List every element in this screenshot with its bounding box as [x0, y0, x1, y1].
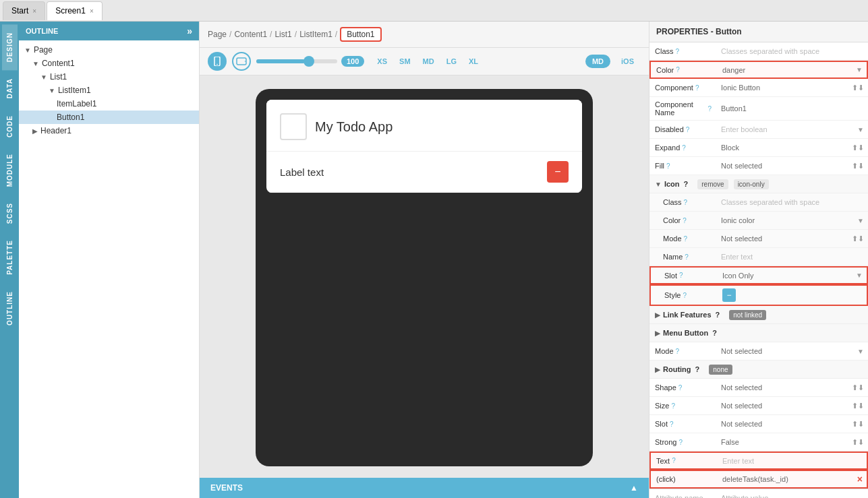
tree-item-header1[interactable]: ▶ Header1	[19, 124, 199, 137]
prop-mode-value[interactable]: Not selected ▼	[717, 344, 868, 358]
prop-fill-help[interactable]: ?	[666, 162, 670, 170]
prop-color-help[interactable]: ?	[676, 66, 680, 73]
prop-mode-help[interactable]: ?	[676, 348, 680, 355]
size-btn-xl[interactable]: XL	[464, 55, 483, 67]
prop-icon-color-help[interactable]: ?	[683, 217, 687, 224]
prop-menu-button-label[interactable]: ▶ Menu Button ?	[649, 325, 722, 340]
outline-collapse-btn[interactable]: »	[187, 26, 192, 36]
tree-item-itemlabel1[interactable]: ItemLabel1	[19, 97, 199, 111]
prop-component-stepper[interactable]: ⬆⬇	[852, 84, 864, 92]
prop-strong-help[interactable]: ?	[678, 439, 683, 446]
prop-shape-help[interactable]: ?	[678, 384, 683, 392]
prop-size-stepper[interactable]: ⬆⬇	[852, 402, 864, 410]
tablet-view-icon[interactable]	[232, 52, 251, 71]
tab-screen1-label: Screen1	[55, 6, 86, 15]
tree-label-itemlabel1: ItemLabel1	[57, 99, 96, 108]
prop-icon-remove-btn[interactable]: remove	[697, 179, 728, 189]
prop-icon-mode-help[interactable]: ?	[684, 235, 688, 243]
prop-color-value[interactable]: danger ▼	[718, 63, 867, 77]
side-tab-module[interactable]: MODULE	[2, 146, 18, 195]
prop-strong-stepper[interactable]: ⬆⬇	[852, 438, 864, 447]
breadcrumb-listitem1[interactable]: ListItem1	[299, 30, 332, 39]
tree-item-content1[interactable]: ▼ Content1	[19, 57, 199, 70]
outline-title: OUTLINE	[26, 27, 58, 35]
size-btn-sm[interactable]: SM	[395, 55, 415, 67]
tree-item-list1[interactable]: ▼ List1	[19, 70, 199, 84]
platform-btn-ios[interactable]: iOS	[614, 55, 641, 68]
size-buttons: XS SM MD LG XL	[372, 55, 483, 67]
breadcrumb-sep1: /	[229, 30, 231, 39]
breadcrumb-sep2: /	[270, 30, 272, 39]
prop-icon-color-value[interactable]: Ionic color ▼	[717, 214, 868, 227]
prop-disabled-select[interactable]: Enter boolean ▼	[721, 125, 864, 133]
side-tab-code[interactable]: CODE	[2, 107, 18, 146]
prop-icon-class-help[interactable]: ?	[684, 199, 688, 206]
side-tab-scss[interactable]: SCSS	[2, 195, 18, 232]
prop-link-features-label[interactable]: ▶ Link Features ?	[649, 307, 725, 322]
tree-item-page[interactable]: ▼ Page	[19, 43, 199, 57]
prop-component-name-label: Component Name ?	[649, 97, 717, 120]
prop-color-select[interactable]: danger ▼	[722, 66, 863, 74]
prop-icon-slot-help[interactable]: ?	[679, 272, 683, 279]
events-bar[interactable]: EVENTS ▲	[200, 478, 649, 498]
prop-icon-section-label[interactable]: ▼ Icon ?	[649, 177, 693, 191]
zoom-range-track[interactable]	[256, 59, 337, 63]
prop-slot-help[interactable]: ?	[670, 421, 674, 428]
size-btn-md[interactable]: MD	[418, 55, 439, 67]
tree-item-button1[interactable]: Button1	[19, 111, 199, 124]
zoom-range-fill	[256, 59, 305, 63]
delete-button[interactable]: −	[547, 161, 569, 183]
prop-slot-stepper[interactable]: ⬆⬇	[852, 420, 864, 429]
tree-item-listitem1[interactable]: ▼ ListItem1	[19, 84, 199, 97]
prop-icon-help[interactable]: ?	[684, 180, 689, 188]
side-tab-data[interactable]: DATA	[2, 70, 18, 106]
side-tab-outline[interactable]: OUTLINE	[2, 283, 18, 334]
prop-mode-select[interactable]: Not selected ▼	[721, 347, 864, 355]
mobile-view-icon[interactable]	[208, 52, 227, 71]
tab-screen1-close[interactable]: ×	[90, 7, 94, 15]
tab-start-close[interactable]: ×	[32, 7, 36, 15]
prop-routing-help[interactable]: ?	[695, 365, 700, 373]
prop-expand-stepper[interactable]: ⬆⬇	[852, 144, 864, 152]
prop-icon-style-help[interactable]: ?	[683, 292, 687, 299]
prop-icon-slot-select[interactable]: Icon Only ▼	[722, 272, 863, 280]
prop-icon-class-value: Classes separated with space	[717, 195, 868, 209]
prop-icon-slot-value[interactable]: Icon Only ▼	[718, 269, 867, 282]
outline-header: OUTLINE »	[19, 22, 199, 40]
prop-shape-stepper[interactable]: ⬆⬇	[852, 383, 864, 392]
prop-size-help[interactable]: ?	[671, 402, 675, 410]
prop-component-name-help[interactable]: ?	[707, 105, 712, 113]
tab-start[interactable]: Start ×	[3, 1, 45, 20]
prop-click-delete[interactable]: ×	[857, 474, 863, 485]
prop-icon-color-select[interactable]: Ionic color ▼	[721, 216, 864, 224]
prop-shape-label: Shape ?	[649, 380, 717, 395]
prop-icon-name-help[interactable]: ?	[685, 253, 689, 261]
side-tab-design[interactable]: DESIGN	[2, 24, 18, 70]
prop-disabled-help[interactable]: ?	[686, 126, 690, 133]
side-tab-palette[interactable]: PALETTE	[2, 232, 18, 283]
prop-menu-button-help[interactable]: ?	[712, 329, 717, 337]
prop-text-help[interactable]: ?	[672, 457, 676, 464]
breadcrumb-page[interactable]: Page	[208, 30, 227, 39]
prop-icon-only-btn[interactable]: icon-only	[734, 179, 769, 189]
prop-expand-help[interactable]: ?	[682, 144, 686, 152]
zoom-range-thumb[interactable]	[303, 56, 314, 67]
center-area: Page / Content1 / List1 / ListItem1 / Bu…	[200, 22, 649, 498]
prop-text-label: Text ?	[651, 454, 718, 468]
breadcrumb-list1[interactable]: List1	[274, 30, 291, 39]
size-btn-xs[interactable]: XS	[372, 55, 392, 67]
prop-routing-label[interactable]: ▶ Routing ?	[649, 362, 705, 377]
prop-disabled-value[interactable]: Enter boolean ▼	[717, 123, 868, 136]
prop-icon-style-blue-square[interactable]: −	[722, 288, 736, 302]
prop-component-help[interactable]: ?	[695, 84, 699, 92]
prop-icon-mode-stepper[interactable]: ⬆⬇	[852, 235, 864, 243]
breadcrumb-content1[interactable]: Content1	[234, 30, 267, 39]
platform-btn-md[interactable]: MD	[585, 55, 610, 68]
prop-fill-stepper[interactable]: ⬆⬇	[852, 162, 864, 170]
breadcrumb-sep4: /	[335, 30, 337, 39]
prop-link-features-help[interactable]: ?	[716, 311, 720, 319]
prop-class-help[interactable]: ?	[676, 48, 680, 55]
size-btn-lg[interactable]: LG	[442, 55, 461, 67]
breadcrumb-button1[interactable]: Button1	[340, 27, 381, 42]
tab-screen1[interactable]: Screen1 ×	[47, 1, 103, 20]
